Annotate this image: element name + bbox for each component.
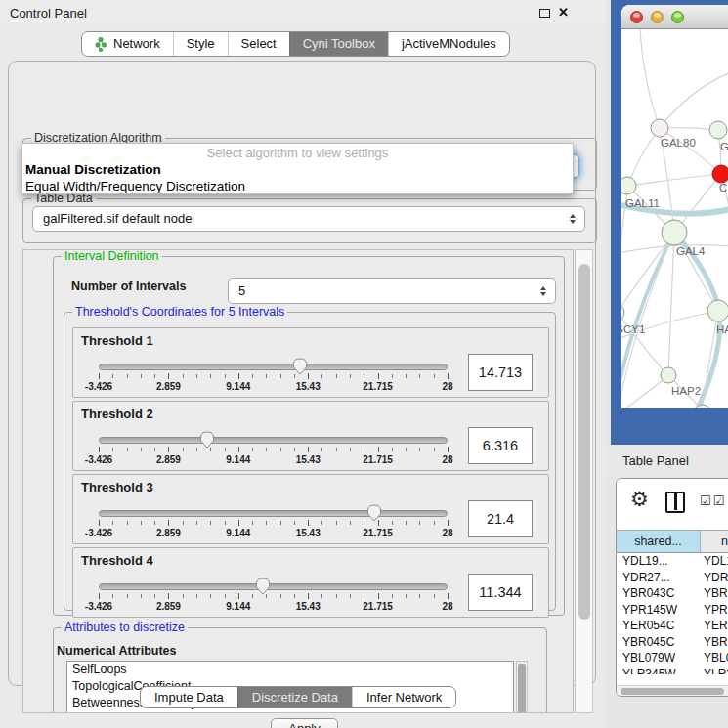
threshold-3-slider[interactable]: -3.4262.8599.14415.4321.71528 bbox=[99, 504, 448, 543]
attribute-list-item[interactable]: SelfLoops bbox=[67, 662, 513, 678]
table-data-combobox[interactable]: galFiltered.sif default node bbox=[32, 206, 585, 232]
slider-thumb[interactable] bbox=[255, 578, 271, 599]
network-node[interactable] bbox=[621, 304, 624, 321]
apply-button[interactable]: Apply bbox=[271, 718, 338, 728]
float-window-icon[interactable] bbox=[539, 9, 550, 18]
cell-name[interactable]: YDR2 bbox=[701, 571, 728, 587]
slider-thumb[interactable] bbox=[366, 504, 382, 526]
cell-shared-name[interactable]: YDL19... bbox=[617, 554, 701, 571]
algorithm-option-equal-width[interactable]: Equal Width/Frequency Discretization bbox=[22, 178, 573, 194]
number-of-intervals-combobox[interactable]: 5 bbox=[228, 278, 556, 304]
network-canvas[interactable]: GAL80GACGAL11GAL4GCY1HAHAP2 bbox=[621, 29, 728, 408]
tick-label: 9.144 bbox=[226, 381, 250, 392]
table-row[interactable]: YLR345WYLR3 bbox=[617, 667, 728, 675]
table-row[interactable]: YDR27...YDR2 bbox=[617, 571, 728, 587]
tab-cyni-toolbox[interactable]: Cyni Toolbox bbox=[289, 32, 388, 56]
tab-style[interactable]: Style bbox=[173, 32, 228, 56]
scrollbar-thumb[interactable] bbox=[518, 664, 526, 713]
slider-thumb[interactable] bbox=[199, 431, 215, 452]
cell-shared-name[interactable]: YER054C bbox=[617, 619, 701, 635]
tab-select[interactable]: Select bbox=[228, 32, 289, 56]
table-row[interactable]: YBL079WYBL0 bbox=[617, 651, 728, 667]
node-label: C bbox=[719, 182, 727, 193]
tick-mark bbox=[434, 521, 435, 525]
edge[interactable] bbox=[660, 72, 728, 128]
tick-mark bbox=[238, 373, 239, 379]
tab-discretize-data[interactable]: Discretize Data bbox=[237, 687, 352, 707]
tick-mark bbox=[210, 594, 211, 598]
cell-shared-name[interactable]: YBR045C bbox=[617, 635, 701, 652]
tick-mark bbox=[112, 448, 113, 451]
cell-name[interactable]: YPR1 bbox=[701, 603, 728, 620]
network-node[interactable] bbox=[621, 177, 636, 194]
network-window-titlebar[interactable] bbox=[621, 5, 728, 29]
minimize-traffic-light-icon[interactable] bbox=[651, 11, 664, 23]
network-graph[interactable]: GAL80GACGAL11GAL4GCY1HAHAP2 bbox=[621, 29, 728, 408]
table-horizontal-scrollbar[interactable] bbox=[617, 685, 728, 696]
network-node[interactable] bbox=[661, 367, 676, 383]
threshold-2-value-field[interactable]: 6.316 bbox=[468, 427, 533, 464]
scrollbar-thumb[interactable] bbox=[621, 688, 724, 695]
network-node[interactable] bbox=[662, 220, 687, 245]
tick-mark bbox=[225, 594, 226, 598]
algorithm-option-manual[interactable]: Manual Discretization bbox=[22, 161, 573, 178]
table-row[interactable]: YBR045CYBR0 bbox=[617, 635, 728, 652]
cell-name[interactable]: YER0 bbox=[701, 619, 728, 635]
network-node[interactable] bbox=[709, 121, 727, 139]
tick-mark bbox=[364, 521, 364, 525]
node-label: GAL11 bbox=[625, 197, 660, 209]
cell-shared-name[interactable]: YBR043C bbox=[617, 586, 701, 603]
cell-name[interactable]: YBL0 bbox=[701, 651, 728, 667]
close-icon[interactable]: ✕ bbox=[558, 5, 569, 20]
threshold-3-value-field[interactable]: 21.4 bbox=[468, 500, 533, 537]
gear-icon[interactable]: ⚙ bbox=[630, 488, 649, 511]
cell-shared-name[interactable]: YBL079W bbox=[617, 651, 701, 667]
edge[interactable] bbox=[640, 29, 660, 128]
split-column-icon[interactable] bbox=[665, 492, 685, 513]
network-node[interactable] bbox=[707, 300, 728, 321]
number-of-intervals-label: Number of Intervals bbox=[71, 279, 186, 293]
network-node[interactable] bbox=[712, 165, 728, 183]
zoom-traffic-light-icon[interactable] bbox=[671, 11, 684, 23]
cell-name[interactable]: YLR3 bbox=[701, 667, 728, 675]
threshold-1-value-field[interactable]: 14.713 bbox=[468, 354, 533, 391]
main-vertical-scrollbar[interactable] bbox=[575, 249, 593, 713]
table-row[interactable]: YDL19...YDL1 bbox=[617, 554, 728, 571]
network-node[interactable] bbox=[651, 119, 668, 137]
column-header-shared-name[interactable]: shared... bbox=[617, 531, 701, 552]
column-header-name[interactable]: na bbox=[701, 531, 728, 552]
scrollbar-thumb[interactable] bbox=[578, 264, 590, 620]
table-row[interactable]: YER054CYER0 bbox=[617, 619, 728, 635]
tick-mark bbox=[99, 520, 100, 526]
cell-name[interactable]: YDL1 bbox=[701, 554, 728, 571]
checkbox-icons[interactable]: ☑☑ bbox=[700, 493, 726, 508]
slider-ticks: -3.4262.8599.14415.4321.71528 bbox=[99, 358, 448, 397]
threshold-1-slider[interactable]: -3.4262.8599.14415.4321.71528 bbox=[99, 358, 448, 397]
threshold-2-slider[interactable]: -3.4262.8599.14415.4321.71528 bbox=[99, 431, 448, 470]
tick-label: 21.715 bbox=[363, 528, 393, 538]
attributes-list-scrollbar[interactable] bbox=[516, 661, 528, 713]
tab-impute-data[interactable]: Impute Data bbox=[141, 687, 237, 707]
tab-jactivemnodules[interactable]: jActiveMNodules bbox=[388, 32, 509, 56]
slider-thumb[interactable] bbox=[292, 358, 308, 379]
table-row[interactable]: YPR145WYPR1 bbox=[617, 603, 728, 620]
edge[interactable] bbox=[668, 233, 674, 375]
tick-mark bbox=[210, 374, 211, 378]
cell-shared-name[interactable]: YDR27... bbox=[617, 571, 701, 587]
threshold-2-label: Threshold 2 bbox=[81, 407, 153, 421]
cell-name[interactable]: YBR0 bbox=[701, 586, 728, 603]
tab-network[interactable]: Network bbox=[82, 32, 173, 56]
cell-shared-name[interactable]: YLR345W bbox=[617, 667, 701, 675]
threshold-4-value-field[interactable]: 11.344 bbox=[468, 574, 533, 611]
table-row[interactable]: YBR043CYBR0 bbox=[617, 586, 728, 603]
tab-infer-network[interactable]: Infer Network bbox=[352, 687, 455, 707]
number-of-intervals-value: 5 bbox=[238, 283, 245, 298]
edge[interactable] bbox=[621, 244, 728, 256]
cell-shared-name[interactable]: YPR145W bbox=[617, 603, 701, 620]
cell-name[interactable]: YBR0 bbox=[701, 635, 728, 652]
edge[interactable] bbox=[628, 174, 720, 186]
edge[interactable] bbox=[628, 128, 660, 186]
edge[interactable] bbox=[623, 375, 668, 408]
threshold-4-slider[interactable]: -3.4262.8599.14415.4321.71528 bbox=[99, 578, 448, 617]
close-traffic-light-icon[interactable] bbox=[630, 11, 643, 23]
